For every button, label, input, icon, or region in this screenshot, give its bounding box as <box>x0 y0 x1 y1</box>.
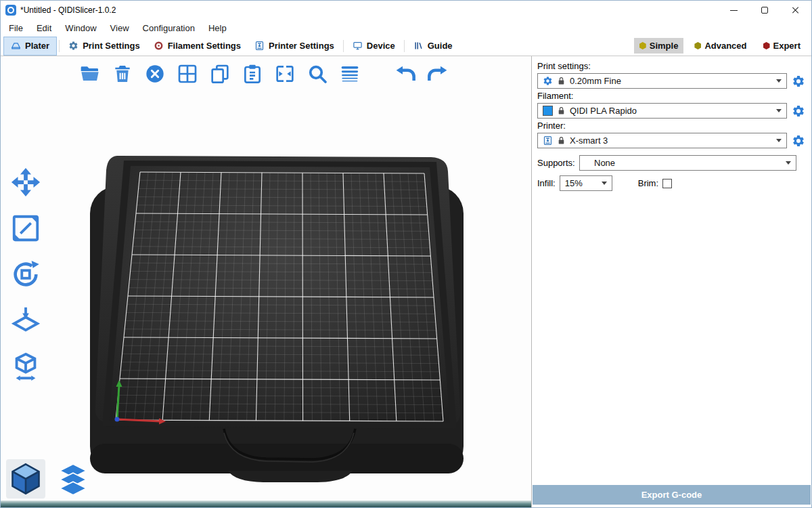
tab-guide[interactable]: Guide <box>407 37 459 56</box>
top-toolbar <box>76 60 451 87</box>
mode-expert[interactable]: Expert <box>758 38 806 54</box>
print-settings-gear-button[interactable] <box>791 74 806 89</box>
viewport-floor <box>1 501 531 507</box>
supports-combo[interactable]: None <box>579 155 796 171</box>
folder-open-icon <box>79 63 101 85</box>
measure-tool-button[interactable] <box>5 347 47 385</box>
tab-label: Plater <box>25 41 49 51</box>
menu-file[interactable]: File <box>2 23 30 33</box>
redo-button[interactable] <box>424 60 451 87</box>
minimize-icon <box>730 10 738 11</box>
delete-button[interactable] <box>109 60 136 87</box>
layer-height-button[interactable] <box>336 60 363 87</box>
mode-label: Advanced <box>704 41 746 51</box>
mode-hex-icon <box>763 42 770 49</box>
preview-view-button[interactable] <box>53 459 93 499</box>
printer-combo[interactable]: X-smart 3 <box>537 133 787 148</box>
printer-label: Printer: <box>537 121 806 131</box>
lock-icon <box>557 77 566 85</box>
tab-filament-settings[interactable]: Filament Settings <box>147 37 248 56</box>
arrange-button[interactable] <box>174 60 201 87</box>
filament-combo[interactable]: QIDI PLA Rapido <box>537 103 787 119</box>
monitor-icon <box>353 41 363 51</box>
brim-label: Brim: <box>638 178 658 188</box>
supports-label: Supports: <box>537 158 575 168</box>
maximize-button[interactable] <box>749 1 780 20</box>
export-gcode-button[interactable]: Export G-code <box>533 485 811 505</box>
undo-button[interactable] <box>392 60 419 87</box>
menu-view[interactable]: View <box>104 23 136 33</box>
guide-book-icon <box>413 41 424 51</box>
search-icon <box>307 63 328 85</box>
print-settings-combo[interactable]: 0.20mm Fine <box>537 73 787 89</box>
undo-arrow-icon <box>394 63 416 85</box>
gear-icon <box>792 75 805 88</box>
gear-icon <box>792 104 805 118</box>
bed-handle <box>228 471 353 482</box>
sidebar: Print settings: 0.20mm Fine Filament: QI… <box>532 56 811 507</box>
tab-plater[interactable]: Plater <box>3 37 57 56</box>
paste-icon <box>242 63 263 85</box>
paste-button[interactable] <box>239 60 266 87</box>
titlebar[interactable]: *Untitled - QIDISlicer-1.0.2 <box>1 1 811 20</box>
infill-combo[interactable]: 15% <box>560 175 612 191</box>
close-button[interactable] <box>780 1 811 20</box>
filament-gear-button[interactable] <box>791 104 806 119</box>
menu-configuration[interactable]: Configuration <box>136 23 202 33</box>
move-tool-button[interactable] <box>5 163 47 200</box>
mode-advanced[interactable]: Advanced <box>689 38 752 54</box>
supports-value: None <box>585 158 782 168</box>
menubar: File Edit Window View Configuration Help <box>1 20 811 36</box>
layers-stack-icon <box>55 461 91 496</box>
brim-checkbox[interactable] <box>662 179 672 188</box>
flatten-icon <box>10 305 41 336</box>
trash-icon <box>112 63 133 85</box>
minimize-button[interactable] <box>718 1 749 20</box>
scale-tool-button[interactable] <box>5 209 47 247</box>
filament-color-swatch <box>543 106 553 116</box>
arrange-grid-icon <box>177 63 198 85</box>
viewport-3d[interactable] <box>1 56 532 507</box>
redo-arrow-icon <box>427 63 449 85</box>
mode-hex-icon <box>639 42 646 49</box>
menu-edit[interactable]: Edit <box>30 23 58 33</box>
mode-label: Simple <box>650 41 679 51</box>
left-toolbar <box>5 163 47 385</box>
menu-help[interactable]: Help <box>202 23 233 33</box>
circle-x-icon <box>144 63 166 85</box>
chevron-down-icon <box>776 109 782 112</box>
tab-printer-settings[interactable]: Printer Settings <box>248 37 341 56</box>
copy-button[interactable] <box>206 60 233 87</box>
copy-icon <box>209 63 231 85</box>
print-settings-label: Print settings: <box>537 61 806 71</box>
tab-separator <box>404 40 405 52</box>
scale-icon <box>10 213 41 244</box>
maximize-icon <box>761 7 768 14</box>
tab-separator <box>59 40 60 52</box>
plater-icon <box>11 41 21 51</box>
mode-selector: Simple Advanced Expert <box>634 38 806 54</box>
place-on-face-tool-button[interactable] <box>5 301 47 339</box>
printer-gear-button[interactable] <box>791 133 806 148</box>
split-icon <box>274 63 296 85</box>
tab-device[interactable]: Device <box>346 37 402 56</box>
gear-icon <box>792 134 805 148</box>
filament-label: Filament: <box>537 91 806 101</box>
menu-window[interactable]: Window <box>58 23 103 33</box>
editor-view-button[interactable] <box>6 459 45 499</box>
mode-simple[interactable]: Simple <box>634 38 684 54</box>
infill-label: Infill: <box>537 178 556 188</box>
tabbar: Plater Print Settings Filament Settings … <box>1 36 811 56</box>
search-button[interactable] <box>304 60 331 87</box>
gear-icon <box>68 41 78 51</box>
infill-value: 15% <box>565 178 597 188</box>
open-button[interactable] <box>76 60 104 87</box>
tab-print-settings[interactable]: Print Settings <box>62 37 147 56</box>
tab-label: Guide <box>428 41 453 51</box>
filament-value: QIDI PLA Rapido <box>570 106 772 116</box>
rotate-tool-button[interactable] <box>5 255 47 293</box>
cube-3d-icon <box>8 461 43 496</box>
print-bed[interactable] <box>86 152 468 488</box>
delete-all-button[interactable] <box>141 60 168 87</box>
split-button[interactable] <box>271 60 298 87</box>
